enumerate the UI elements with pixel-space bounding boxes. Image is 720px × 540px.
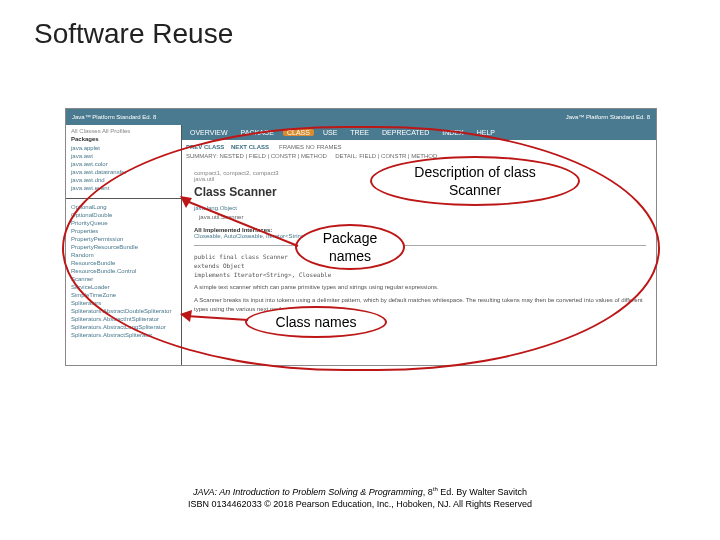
frames-toggle[interactable]: FRAMES NO FRAMES xyxy=(279,144,341,150)
class-link[interactable]: PropertyPermission xyxy=(71,235,176,243)
sig-line2: extends Object xyxy=(194,262,245,269)
nav-overview[interactable]: OVERVIEW xyxy=(186,129,232,136)
impl-list[interactable]: Closeable, AutoCloseable, Iterator<Strin… xyxy=(194,233,308,239)
nav-use[interactable]: USE xyxy=(319,129,341,136)
nav-deprecated[interactable]: DEPRECATED xyxy=(378,129,433,136)
hier-object[interactable]: java.lang.Object xyxy=(194,205,237,211)
summary-line: SUMMARY: NESTED | FIELD | CONSTR | METHO… xyxy=(186,153,327,159)
jd-top-right: Java™ Platform Standard Ed. 8 xyxy=(566,114,650,120)
sig-line1: public final class Scanner xyxy=(194,253,288,260)
class-link[interactable]: Random xyxy=(71,251,176,259)
class-signature: public final class Scanner extends Objec… xyxy=(194,252,646,279)
footer-isbn: ISBN 0134462033 © 2018 Pearson Education… xyxy=(188,499,532,509)
nav-package[interactable]: PACKAGE xyxy=(237,129,278,136)
class-link[interactable]: Spliterators xyxy=(71,299,176,307)
callout-package-names: Package names xyxy=(295,224,405,270)
package-link[interactable]: java.awt xyxy=(71,152,176,160)
footer-comma: , 8 xyxy=(423,487,433,497)
callout-desc-line1: Description of class xyxy=(414,163,535,181)
package-link[interactable]: java.awt.dnd xyxy=(71,176,176,184)
class-description1: A simple text scanner which can parse pr… xyxy=(194,283,646,292)
implemented-interfaces: All Implemented Interfaces: Closeable, A… xyxy=(194,227,646,239)
class-link[interactable]: ServiceLoader xyxy=(71,283,176,291)
class-link[interactable]: SimpleTimeZone xyxy=(71,291,176,299)
classes-frame: OptionalLong OptionalDouble PriorityQueu… xyxy=(66,199,181,343)
package-link[interactable]: java.applet xyxy=(71,144,176,152)
class-link[interactable]: PriorityQueue xyxy=(71,219,176,227)
class-link[interactable]: PropertyResourceBundle xyxy=(71,243,176,251)
nav-index[interactable]: INDEX xyxy=(438,129,467,136)
divider xyxy=(194,245,646,246)
footer-book-title: JAVA: An Introduction to Problem Solving… xyxy=(193,487,423,497)
callout-cls-line: Class names xyxy=(276,313,357,331)
sig-line3: implements Iterator<String>, Closeable xyxy=(194,271,331,278)
class-link[interactable]: Spliterators.AbstractDoubleSpliterator xyxy=(71,307,176,315)
hierarchy: java.lang.Object java.util.Scanner xyxy=(194,204,646,222)
class-link[interactable]: Spliterators.AbstractSpliterator xyxy=(71,331,176,339)
class-link[interactable]: OptionalLong xyxy=(71,203,176,211)
footer-author: Ed. By Walter Savitch xyxy=(438,487,527,497)
jd-top-left: Java™ Platform Standard Ed. 8 xyxy=(72,114,156,120)
javadoc-header: Java™ Platform Standard Ed. 8 Java™ Plat… xyxy=(66,109,656,125)
callout-desc-line2: Scanner xyxy=(449,181,501,199)
detail-line: DETAIL: FIELD | CONSTR | METHOD xyxy=(335,153,437,159)
nav-tree[interactable]: TREE xyxy=(346,129,373,136)
callout-class-names: Class names xyxy=(245,306,387,338)
class-link[interactable]: Spliterators.AbstractIntSpliterator xyxy=(71,315,176,323)
class-link[interactable]: Scanner xyxy=(71,275,176,283)
class-link[interactable]: OptionalDouble xyxy=(71,211,176,219)
packages-header: Packages xyxy=(71,136,176,142)
nav-class[interactable]: CLASS xyxy=(283,129,314,136)
package-link[interactable]: java.awt.color xyxy=(71,160,176,168)
prev-class-link[interactable]: PREV CLASS xyxy=(186,144,224,150)
callout-pkg-line2: names xyxy=(329,247,371,265)
class-link[interactable]: ResourceBundle.Control xyxy=(71,267,176,275)
next-class-link[interactable]: NEXT CLASS xyxy=(231,144,269,150)
package-link[interactable]: java.awt.datatransfer xyxy=(71,168,176,176)
package-link[interactable]: java.awt.event xyxy=(71,184,176,192)
packages-frame: All Classes All Profiles Packages java.a… xyxy=(66,125,181,199)
slide-footer: JAVA: An Introduction to Problem Solving… xyxy=(0,483,720,510)
callout-pkg-line1: Package xyxy=(323,229,377,247)
class-link[interactable]: Properties xyxy=(71,227,176,235)
class-link[interactable]: ResourceBundle xyxy=(71,259,176,267)
hier-scanner: java.util.Scanner xyxy=(199,214,243,220)
allclasses-label[interactable]: All Classes All Profiles xyxy=(71,128,176,134)
callout-description: Description of class Scanner xyxy=(370,156,580,206)
nav-help[interactable]: HELP xyxy=(473,129,499,136)
slide-title: Software Reuse xyxy=(0,0,720,60)
javadoc-left-frame: All Classes All Profiles Packages java.a… xyxy=(66,125,182,365)
class-link[interactable]: Spliterators.AbstractLongSpliterator xyxy=(71,323,176,331)
